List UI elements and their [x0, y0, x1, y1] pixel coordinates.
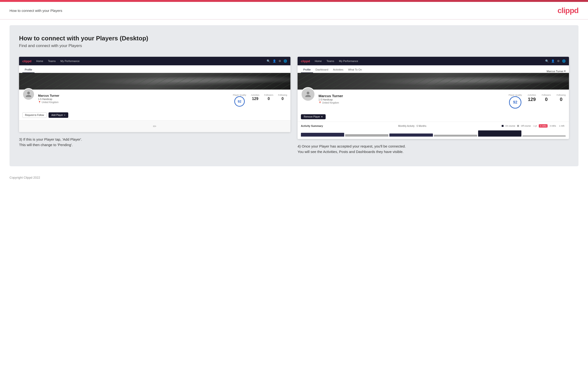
right-search-icon[interactable]: 🔍	[545, 59, 549, 63]
main-title: How to connect with your Players (Deskto…	[19, 35, 569, 42]
time-filter-6mths[interactable]: 6 mths	[539, 124, 548, 128]
left-tab-profile[interactable]: Profile	[22, 67, 35, 73]
right-tab-profile[interactable]: Profile	[301, 67, 313, 73]
right-activity-controls: On course Off course 1 yr 6 mths 3 mths …	[502, 124, 566, 128]
right-desc-section: 4) Once your Player has accepted your re…	[298, 139, 569, 154]
chevron-down-icon: ▾	[564, 70, 566, 73]
left-stat-following: Following 0	[278, 94, 287, 101]
right-activity-chart	[301, 129, 566, 137]
right-tabbar: Profile Dashboard Activities What To On …	[298, 65, 569, 73]
right-app-logo: clippd	[301, 59, 310, 63]
right-activity-period: Monthly Activity · 6 Months	[398, 125, 426, 127]
right-tab-activities[interactable]: Activities	[331, 67, 346, 73]
chart-bar-6	[522, 135, 566, 137]
right-profile-handicap: 1-5 Handicap	[319, 98, 505, 101]
right-settings-icon[interactable]: ⚙	[557, 59, 560, 63]
left-profile-section: Marcus Turner 1-5 Handicap 📍 United King…	[19, 90, 290, 110]
chart-bar-1	[301, 133, 344, 137]
user-icon[interactable]: 👤	[273, 59, 276, 63]
off-course-label: Off course	[521, 125, 531, 127]
chart-bar-3	[389, 133, 433, 137]
right-hero-image	[298, 73, 569, 90]
left-mock-app: clippd Home Teams My Performance 🔍 👤 ⚙ 🌐…	[19, 57, 290, 132]
right-stat-following: Following 0	[557, 94, 566, 102]
right-activity-title: Activity Summary	[301, 125, 323, 127]
right-avatar	[301, 87, 315, 101]
right-tab-dropdown[interactable]: Marcus Turner ▾	[547, 70, 566, 73]
left-screenshot-col: clippd Home Teams My Performance 🔍 👤 ⚙ 🌐…	[19, 57, 290, 154]
right-buttons: Remove Player ✕	[298, 112, 569, 122]
left-pq-circle: 92	[234, 96, 245, 107]
right-nav-performance[interactable]: My Performance	[339, 60, 358, 62]
right-mock-app: clippd Home Teams My Performance 🔍 👤 ⚙ 🌐…	[298, 57, 569, 139]
chart-bar-2	[345, 134, 389, 137]
left-profile-location: 📍 United Kingdom	[38, 101, 230, 104]
on-course-label: On course	[505, 125, 515, 127]
right-nav-teams[interactable]: Teams	[327, 60, 334, 62]
right-tab-dashboard[interactable]: Dashboard	[313, 67, 331, 73]
chart-bar-4	[434, 135, 477, 137]
right-stat-activities: Activities 129	[527, 94, 536, 102]
right-activity-header: Activity Summary Monthly Activity · 6 Mo…	[301, 124, 566, 128]
right-profile-section: Marcus Turner 1-5 Handicap 📍 United King…	[298, 90, 569, 112]
left-hero-image	[19, 73, 290, 90]
copyright-text: Copyright Clippd 2022	[9, 176, 40, 179]
page-footer: Copyright Clippd 2022	[0, 172, 588, 183]
location-pin-icon: 📍	[38, 101, 41, 104]
top-accent-bar	[0, 0, 588, 2]
search-icon[interactable]: 🔍	[267, 59, 270, 63]
right-profile-location: 📍 United Kingdom	[319, 101, 505, 104]
right-pq-circle: 92	[509, 96, 521, 108]
right-time-filters: 1 yr 6 mths 3 mths 1 mth	[532, 124, 566, 128]
right-globe-icon[interactable]: 🌐	[562, 59, 566, 63]
remove-player-button[interactable]: Remove Player ✕	[301, 114, 326, 119]
left-profile-name: Marcus Turner	[38, 94, 230, 97]
right-stat-followers: Followers 0	[542, 94, 551, 102]
left-stat-activities: Activities 129	[251, 94, 259, 101]
right-profile-info: Marcus Turner 1-5 Handicap 📍 United King…	[319, 93, 505, 104]
time-filter-1yr[interactable]: 1 yr	[532, 124, 538, 128]
on-course-legend-dot	[502, 125, 503, 127]
right-nav-icons: 🔍 👤 ⚙ 🌐	[545, 59, 566, 63]
screenshots-row: clippd Home Teams My Performance 🔍 👤 ⚙ 🌐…	[19, 57, 569, 154]
left-nav-home[interactable]: Home	[36, 60, 43, 62]
time-filter-3mths[interactable]: 3 mths	[548, 124, 557, 128]
settings-icon[interactable]: ⚙	[278, 59, 281, 63]
right-desc-text: 4) Once your Player has accepted your re…	[298, 144, 569, 154]
chart-bar-5	[478, 130, 521, 137]
right-pq-label: Player Quality	[509, 94, 522, 96]
left-desc-text: 3) If this is your Player tap, 'Add Play…	[19, 137, 290, 148]
left-desc-section: 3) If this is your Player tap, 'Add Play…	[19, 132, 290, 148]
right-screenshot-col: clippd Home Teams My Performance 🔍 👤 ⚙ 🌐…	[298, 57, 569, 154]
request-follow-button[interactable]: Request to Follow	[22, 112, 47, 118]
main-content: How to connect with your Players (Deskto…	[9, 25, 579, 166]
left-app-logo: clippd	[22, 59, 31, 63]
clippd-logo: clippd	[558, 6, 579, 15]
right-profile-name: Marcus Turner	[319, 94, 505, 98]
plus-icon: +	[64, 114, 65, 117]
close-icon: ✕	[321, 116, 323, 118]
right-activity-legend: On course Off course	[502, 125, 531, 127]
left-profile-info: Marcus Turner 1-5 Handicap 📍 United King…	[38, 93, 230, 104]
off-course-legend-dot	[517, 125, 519, 127]
globe-icon[interactable]: 🌐	[284, 59, 287, 63]
right-nav-home[interactable]: Home	[315, 60, 322, 62]
add-player-button[interactable]: Add Player +	[49, 112, 68, 118]
right-tab-whattoon[interactable]: What To On	[346, 67, 364, 73]
time-filter-1mth[interactable]: 1 mth	[558, 124, 566, 128]
right-user-icon[interactable]: 👤	[551, 59, 555, 63]
left-nav-performance[interactable]: My Performance	[61, 60, 80, 62]
page-header: How to connect with your Players clippd	[0, 2, 588, 19]
left-avatar	[22, 88, 35, 100]
right-activity-summary: Activity Summary Monthly Activity · 6 Mo…	[298, 122, 569, 139]
right-location-pin-icon: 📍	[319, 101, 321, 104]
main-subtitle: Find and connect with your Players	[19, 43, 569, 48]
left-nav-teams[interactable]: Teams	[48, 60, 56, 62]
pen-icon: ✏	[153, 124, 156, 129]
left-nav-icons: 🔍 👤 ⚙ 🌐	[267, 59, 287, 63]
left-pq-label: Player Quality	[233, 94, 246, 96]
right-navbar: clippd Home Teams My Performance 🔍 👤 ⚙ 🌐	[298, 57, 569, 65]
left-tabbar: Profile	[19, 65, 290, 73]
left-buttons: Request to Follow Add Player +	[19, 110, 290, 120]
page-header-title: How to connect with your Players	[9, 8, 62, 13]
